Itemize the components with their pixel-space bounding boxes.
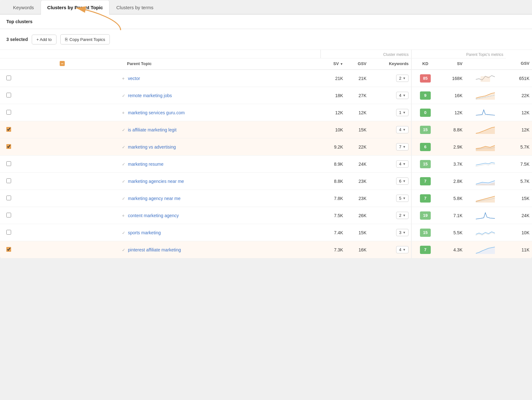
gsv-pt-cell: 11K bbox=[506, 241, 532, 258]
keywords-cell[interactable]: 2 ▼ bbox=[369, 70, 411, 87]
check-icon: ✓ bbox=[122, 196, 125, 201]
row-checkbox[interactable] bbox=[6, 127, 11, 132]
sv-cell: 9.2K bbox=[321, 138, 346, 156]
row-checkbox[interactable] bbox=[6, 144, 11, 149]
row-checkbox[interactable] bbox=[6, 93, 11, 97]
topic-link[interactable]: marketing vs advertising bbox=[128, 144, 176, 150]
row-checkbox[interactable] bbox=[6, 178, 11, 183]
row-checkbox[interactable] bbox=[6, 196, 11, 200]
sv-cell: 7.4K bbox=[321, 224, 346, 241]
chart-cell bbox=[465, 241, 506, 258]
sv-pt-cell: 2.9K bbox=[439, 138, 465, 156]
selection-toolbar: 3 selected + Add to ⎘ Copy Parent Topics bbox=[0, 29, 532, 50]
keywords-cell[interactable]: 4 ▼ bbox=[369, 121, 411, 138]
sv-pt-cell: 8.8K bbox=[439, 121, 465, 138]
chart-col-header bbox=[465, 58, 506, 70]
table-row: ✓ marketing vs advertising 9.2K 22K 7 ▼ … bbox=[0, 138, 532, 156]
kd-badge: 9 bbox=[420, 91, 431, 100]
kd-badge: 7 bbox=[420, 194, 431, 203]
keywords-cell[interactable]: 4 ▼ bbox=[369, 156, 411, 173]
gsv-pt-cell: 7.5K bbox=[506, 156, 532, 173]
svg-rect-1 bbox=[481, 76, 490, 82]
parent-topic-col-header: Parent Topic bbox=[121, 58, 321, 70]
kd-badge: 0 bbox=[420, 109, 431, 117]
sv-cell: 7.5K bbox=[321, 207, 346, 224]
kd-badge: 19 bbox=[420, 211, 431, 220]
table-row: ✓ remote marketing jobs 18K 27K 4 ▼ 9 16… bbox=[0, 87, 532, 104]
plus-icon: + bbox=[122, 76, 125, 81]
copy-parent-topics-button[interactable]: ⎘ Copy Parent Topics bbox=[60, 34, 110, 44]
kd-badge: 15 bbox=[420, 160, 431, 168]
chart-cell bbox=[465, 70, 506, 87]
keywords-cell[interactable]: 5 ▼ bbox=[369, 190, 411, 207]
row-checkbox[interactable] bbox=[6, 161, 11, 166]
topic-link[interactable]: marketing agency near me bbox=[128, 196, 181, 201]
keywords-cell[interactable]: 6 ▼ bbox=[369, 173, 411, 190]
deselect-all-button[interactable]: − bbox=[60, 61, 65, 66]
topic-link[interactable]: remote marketing jobs bbox=[128, 93, 172, 98]
table-row: ✓ pinterest affiliate marketing 7.3K 16K… bbox=[0, 241, 532, 258]
gsv-cell: 22K bbox=[346, 138, 369, 156]
topic-link[interactable]: is affiliate marketing legit bbox=[128, 127, 176, 132]
topic-link[interactable]: marketing agencies near me bbox=[128, 179, 184, 184]
topic-link[interactable]: marketing resume bbox=[128, 162, 163, 167]
keywords-cell[interactable]: 4 ▼ bbox=[369, 241, 411, 258]
add-to-button[interactable]: + Add to bbox=[32, 35, 57, 44]
topic-link[interactable]: marketing services guru.com bbox=[128, 110, 185, 115]
keywords-cell[interactable]: 2 ▼ bbox=[369, 207, 411, 224]
kd-cell: 7 bbox=[411, 241, 439, 258]
gsv-cell: 23K bbox=[346, 190, 369, 207]
sv-pt-cell: 168K bbox=[439, 70, 465, 87]
row-checkbox[interactable] bbox=[6, 247, 11, 252]
tab-clusters-terms[interactable]: Clusters by terms bbox=[110, 0, 160, 15]
table-row: + content marketing agency 7.5K 26K 2 ▼ … bbox=[0, 207, 532, 224]
kd-cell: 7 bbox=[411, 190, 439, 207]
gsv-pt-col-header: GSV bbox=[506, 58, 532, 70]
check-icon: ✓ bbox=[122, 128, 125, 132]
gsv-pt-cell: 10K bbox=[506, 224, 532, 241]
sv-cell: 8.8K bbox=[321, 173, 346, 190]
gsv-pt-cell: 12K bbox=[506, 121, 532, 138]
chart-cell bbox=[465, 138, 506, 156]
sv-col-header[interactable]: SV ▼ bbox=[321, 58, 346, 70]
topic-link[interactable]: sports marketing bbox=[128, 230, 161, 235]
topic-link[interactable]: content marketing agency bbox=[128, 213, 179, 218]
chart-cell bbox=[465, 224, 506, 241]
gsv-cell: 27K bbox=[346, 87, 369, 104]
selected-count: 3 selected bbox=[6, 37, 28, 42]
svg-marker-2 bbox=[476, 93, 495, 100]
topic-link[interactable]: vector bbox=[128, 76, 140, 81]
check-icon: ✓ bbox=[122, 145, 125, 150]
check-icon: ✓ bbox=[122, 248, 125, 252]
gsv-pt-cell: 5.7K bbox=[506, 138, 532, 156]
gsv-cell: 23K bbox=[346, 173, 369, 190]
copy-icon: ⎘ bbox=[65, 37, 68, 42]
topic-link[interactable]: pinterest affiliate marketing bbox=[128, 247, 181, 252]
sv-cell: 21K bbox=[321, 70, 346, 87]
kd-cell: 19 bbox=[411, 207, 439, 224]
table-row: ✓ is affiliate marketing legit 10K 15K 4… bbox=[0, 121, 532, 138]
keywords-cell[interactable]: 4 ▼ bbox=[369, 87, 411, 104]
table-row: ✓ sports marketing 7.4K 15K 3 ▼ 15 5.5K … bbox=[0, 224, 532, 241]
kd-badge: 7 bbox=[420, 177, 431, 185]
row-checkbox[interactable] bbox=[6, 110, 11, 115]
sv-cell: 10K bbox=[321, 121, 346, 138]
chart-cell bbox=[465, 190, 506, 207]
gsv-cell: 15K bbox=[346, 121, 369, 138]
clusters-table: Cluster metrics Parent Topic's metrics −… bbox=[0, 50, 532, 258]
keywords-cell[interactable]: 1 ▼ bbox=[369, 104, 411, 121]
gsv-pt-cell: 15K bbox=[506, 190, 532, 207]
tab-keywords[interactable]: Keywords bbox=[6, 0, 41, 15]
chart-cell bbox=[465, 87, 506, 104]
row-checkbox[interactable] bbox=[6, 230, 11, 235]
check-icon: ✓ bbox=[122, 230, 125, 235]
keywords-cell[interactable]: 7 ▼ bbox=[369, 138, 411, 156]
row-checkbox[interactable] bbox=[6, 213, 11, 217]
chart-cell bbox=[465, 173, 506, 190]
row-checkbox[interactable] bbox=[6, 76, 11, 80]
cluster-metrics-header: Cluster metrics bbox=[321, 50, 411, 58]
keywords-col-header: Keywords bbox=[369, 58, 411, 70]
chart-cell bbox=[465, 121, 506, 138]
keywords-cell[interactable]: 3 ▼ bbox=[369, 224, 411, 241]
tab-clusters-parent[interactable]: Clusters by Parent Topic bbox=[41, 0, 110, 15]
